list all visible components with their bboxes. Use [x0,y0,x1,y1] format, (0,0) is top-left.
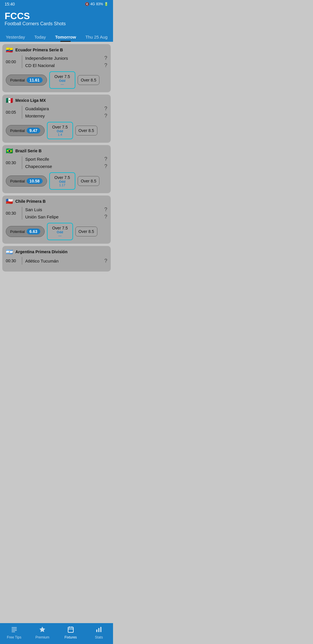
over-8-5-button[interactable]: Over 8.5 [78,75,100,85]
match-time: 00:30 [6,160,19,165]
match-time: 00:00 [6,59,19,64]
team-score: ? [104,55,107,61]
tab-fri[interactable]: Fr [112,31,113,42]
teams-list: Atlético Tucumán ? [25,258,107,264]
signal-icon: 4G [90,2,95,6]
flag-icon: 🇦🇷 [6,249,13,255]
league-row: 🇦🇷 Argentina Primera División [6,249,107,255]
odd-label: Odd [59,79,65,82]
league-row: 🇧🇷 Brazil Serie B [6,148,107,154]
potential-value: 10.58 [27,178,43,184]
team-score: ? [104,258,107,264]
tab-tomorrow[interactable]: Tomorrow [50,31,81,42]
teams-section: 00:05 Guadalajara ? Monterrey ? [6,106,107,119]
potential-button[interactable]: Potential 6.63 [6,226,45,237]
over-label: Over 7.5 [54,175,70,180]
potential-value: 6.63 [27,229,40,234]
team-score: ? [104,163,107,169]
app-header: FCCS Football Corners Cards Shots [0,8,113,31]
divider [22,257,22,265]
teams-list: Independiente Juniors ? CD El Nacional ? [25,55,107,68]
table-row: Unión San Felipe ? [25,214,107,220]
over-7-5-button[interactable]: Over 7.5 Odd — [47,223,73,240]
table-row: Guadalajara ? [25,106,107,112]
over-7-5-button[interactable]: Over 7.5 Odd 1.17 [49,172,75,190]
over-label: Over 7.5 [52,125,68,129]
match-time: 00:30 [6,258,19,263]
odd-sub: — [61,82,64,86]
match-time: 00:30 [6,211,19,216]
team-name: Atlético Tucumán [25,258,59,263]
tab-thu25aug[interactable]: Thu 25 Aug [81,31,112,42]
odds-row: Potential 11.61 Over 7.5 Odd — Over 8.5 [6,71,107,89]
match-card: 🇦🇷 Argentina Primera División 00:30 Atlé… [2,246,111,272]
odds-row: Potential 9.47 Over 7.5 Odd 1.4 Over 8.5 [6,122,107,139]
over-label: Over 8.5 [81,78,97,82]
divider [22,55,22,68]
team-name: San Luis [25,207,42,212]
tab-yesterday[interactable]: Yesterday [1,31,30,42]
league-name: Chile Primera B [15,199,46,204]
over-7-5-button[interactable]: Over 7.5 Odd — [49,71,75,89]
match-card: 🇪🇨 Ecuador Primera Serie B 00:00 Indepen… [2,44,111,92]
potential-button[interactable]: Potential 10.58 [6,176,47,187]
battery-icon: 83% 🔋 [96,2,108,6]
match-card: 🇧🇷 Brazil Serie B 00:30 Sport Recife ? C… [2,145,111,193]
teams-list: Sport Recife ? Chapecoense ? [25,156,107,169]
match-card: 🇲🇽 Mexico Liga MX 00:05 Guadalajara ? Mo… [2,95,111,143]
mute-icon: 🔇 [85,2,89,6]
potential-label: Potential [10,78,25,82]
over-label: Over 8.5 [81,179,97,183]
odds-row: Potential 10.58 Over 7.5 Odd 1.17 Over 8… [6,172,107,190]
team-name: Independiente Juniors [25,56,68,61]
potential-label: Potential [10,179,25,183]
league-name: Argentina Primera División [15,249,68,254]
teams-list: Guadalajara ? Monterrey ? [25,106,107,119]
table-row: Sport Recife ? [25,156,107,162]
team-score: ? [104,207,107,213]
odd-sub: 1.17 [59,183,65,187]
over-label: Over 8.5 [79,128,94,133]
potential-button[interactable]: Potential 11.61 [6,75,47,86]
potential-button[interactable]: Potential 9.47 [6,125,45,136]
app-title: FCCS [5,11,108,21]
tab-today[interactable]: Today [30,31,50,42]
flag-icon: 🇲🇽 [6,97,13,103]
over-8-5-button[interactable]: Over 8.5 [75,126,97,135]
league-row: 🇲🇽 Mexico Liga MX [6,97,107,103]
league-row: 🇨🇱 Chile Primera B [6,198,107,204]
team-name: Chapecoense [25,164,52,169]
flag-icon: 🇪🇨 [6,47,13,53]
over-8-5-button[interactable]: Over 8.5 [78,176,100,186]
table-row: Independiente Juniors ? [25,55,107,61]
potential-label: Potential [10,229,25,234]
status-bar: 15:40 🔇 4G 83% 🔋 [0,0,113,8]
divider [22,207,22,220]
odd-label: Odd [57,129,63,133]
league-name: Brazil Serie B [15,149,41,153]
status-icons: 🔇 4G 83% 🔋 [85,2,108,6]
over-label: Over 8.5 [79,229,94,234]
team-score: ? [104,113,107,119]
status-time: 15:40 [5,2,15,6]
teams-section: 00:30 San Luis ? Unión San Felipe ? [6,207,107,220]
team-score: ? [104,214,107,220]
table-row: Monterrey ? [25,113,107,119]
over-label: Over 7.5 [52,226,68,230]
team-score: ? [104,62,107,68]
odd-label: Odd [57,230,63,234]
tab-bar: Yesterday Today Tomorrow Thu 25 Aug Fr [0,31,113,42]
divider [22,106,22,119]
over-7-5-button[interactable]: Over 7.5 Odd 1.4 [47,122,73,139]
table-row: Chapecoense ? [25,163,107,169]
league-name: Mexico Liga MX [15,98,46,103]
league-name: Ecuador Primera Serie B [15,48,63,52]
team-name: Sport Recife [25,157,49,162]
over-8-5-button[interactable]: Over 8.5 [75,227,97,236]
main-content: 🇪🇨 Ecuador Primera Serie B 00:00 Indepen… [0,42,113,295]
potential-value: 11.61 [27,77,43,83]
divider [22,156,22,169]
flag-icon: 🇧🇷 [6,148,13,154]
team-score: ? [104,106,107,112]
teams-section: 00:30 Sport Recife ? Chapecoense ? [6,156,107,169]
